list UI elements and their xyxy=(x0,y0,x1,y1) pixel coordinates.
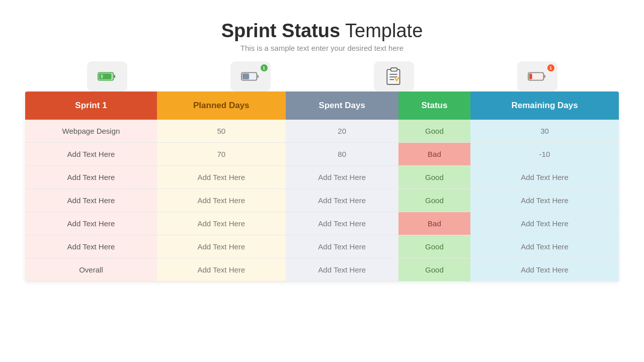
header-remaining: Remaining Days xyxy=(470,92,619,120)
title-normal: Template xyxy=(340,20,423,41)
cell-status-2: Good xyxy=(398,166,470,189)
cell-remaining-0: 30 xyxy=(470,120,619,143)
cell-status-1: Bad xyxy=(398,143,470,166)
page-title: Sprint Status Template xyxy=(221,20,423,42)
header-spent: Spent Days xyxy=(286,92,398,120)
svg-rect-7 xyxy=(257,75,259,78)
icon-battery-low: 1 xyxy=(517,61,557,92)
cell-status-3: Good xyxy=(398,189,470,212)
svg-rect-1 xyxy=(99,73,111,79)
svg-rect-14 xyxy=(529,73,532,79)
cell-status-0: Good xyxy=(398,120,470,143)
cell-status-5: Good xyxy=(398,235,470,258)
table-row: Add Text Here Add Text Here Add Text Her… xyxy=(25,212,619,235)
svg-rect-15 xyxy=(543,75,545,78)
cell-remaining-2: Add Text Here xyxy=(470,166,619,189)
sprint-table: Sprint 1 Planned Days Spent Days Status … xyxy=(25,92,619,282)
table-row: Add Text Here Add Text Here Add Text Her… xyxy=(25,189,619,212)
icon-battery-half: 1 xyxy=(230,61,271,92)
icons-row: 1 1 xyxy=(25,61,619,92)
table-row: Add Text Here Add Text Here Add Text Her… xyxy=(25,166,619,189)
cell-planned-4: Add Text Here xyxy=(157,212,286,235)
table-row: Add Text Here Add Text Here Add Text Her… xyxy=(25,235,619,258)
header-planned: Planned Days xyxy=(157,92,286,120)
cell-remaining-1: -10 xyxy=(470,143,619,166)
cell-planned-2: Add Text Here xyxy=(157,166,286,189)
cell-remaining-3: Add Text Here xyxy=(470,189,619,212)
cell-sprint-1: Add Text Here xyxy=(25,143,157,166)
table-row: Overall Add Text Here Add Text Here Good… xyxy=(25,258,619,282)
table-row: Add Text Here 70 80 Bad -10 xyxy=(25,143,619,166)
icon-battery-full xyxy=(87,61,127,92)
svg-rect-2 xyxy=(113,75,115,78)
header-sprint: Sprint 1 xyxy=(25,92,157,120)
cell-status-6: Good xyxy=(398,258,470,282)
cell-sprint-3: Add Text Here xyxy=(25,189,157,212)
svg-rect-3 xyxy=(112,74,113,78)
icon-clipboard xyxy=(374,61,414,92)
cell-spent-2: Add Text Here xyxy=(286,166,398,189)
cell-remaining-5: Add Text Here xyxy=(470,235,619,258)
cell-spent-4: Add Text Here xyxy=(286,212,398,235)
cell-sprint-2: Add Text Here xyxy=(25,166,157,189)
cell-remaining-6: Add Text Here xyxy=(470,258,619,282)
cell-planned-5: Add Text Here xyxy=(157,235,286,258)
cell-planned-3: Add Text Here xyxy=(157,189,286,212)
header-status: Status xyxy=(398,92,470,120)
cell-sprint-0: Webpage Design xyxy=(25,120,157,143)
cell-planned-6: Add Text Here xyxy=(157,258,286,282)
cell-spent-1: 80 xyxy=(286,143,398,166)
cell-sprint-4: Add Text Here xyxy=(25,212,157,235)
cell-sprint-6: Overall xyxy=(25,258,157,282)
svg-rect-4 xyxy=(101,74,103,78)
table-row: Webpage Design 50 20 Good 30 xyxy=(25,120,619,143)
title-section: Sprint Status Template This is a sample … xyxy=(221,20,423,52)
cell-spent-3: Add Text Here xyxy=(286,189,398,212)
badge-orange: 1 xyxy=(547,64,554,71)
cell-status-4: Bad xyxy=(398,212,470,235)
cell-planned-1: 70 xyxy=(157,143,286,166)
cell-sprint-5: Add Text Here xyxy=(25,235,157,258)
cell-spent-6: Add Text Here xyxy=(286,258,398,282)
page-subtitle: This is a sample text enter your desired… xyxy=(221,44,423,52)
svg-rect-6 xyxy=(242,73,249,79)
cell-remaining-4: Add Text Here xyxy=(470,212,619,235)
cell-spent-5: Add Text Here xyxy=(286,235,398,258)
badge-green: 1 xyxy=(261,64,268,71)
title-bold: Sprint Status xyxy=(221,20,340,41)
cell-planned-0: 50 xyxy=(157,120,286,143)
table-header-row: Sprint 1 Planned Days Spent Days Status … xyxy=(25,92,619,120)
svg-rect-9 xyxy=(390,68,397,71)
cell-spent-0: 20 xyxy=(286,120,398,143)
